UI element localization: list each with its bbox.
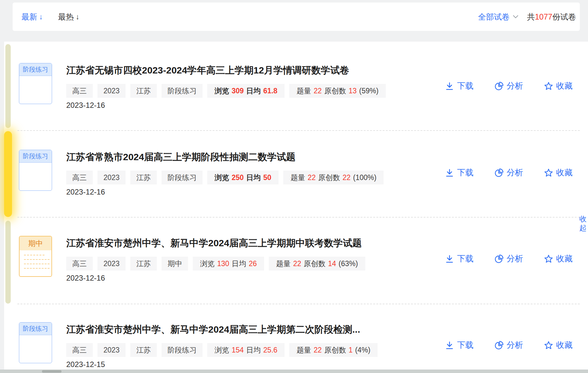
star-icon: [544, 341, 553, 350]
views-stat: 浏览154日均25.6: [207, 343, 285, 357]
paper-thumbnail-card[interactable]: 阶段练习: [19, 63, 52, 104]
filter-and-count: 全部试卷 共1077份试卷: [478, 3, 576, 31]
exam-list-page: 最新 ↓ 最热 ↓ 全部试卷 共1077份试卷 阶段练习 江苏省无: [0, 0, 588, 373]
download-icon: [445, 168, 454, 178]
tag-row: 高三 2023 江苏 阶段练习 浏览250日均50 题量22原创数22(100%…: [66, 171, 384, 184]
tag-year: 2023: [97, 84, 126, 98]
favorite-button[interactable]: 收藏: [544, 340, 573, 351]
horizontal-scrollbar-thumb[interactable]: [42, 370, 62, 373]
upload-date: 2023-12-16: [66, 188, 105, 196]
tag-type: 期中: [162, 257, 188, 271]
collapse-char-1: 收: [579, 214, 587, 224]
paper-thumbnail-card[interactable]: 期中: [19, 236, 52, 277]
tag-year: 2023: [97, 257, 126, 271]
tag-grade: 高三: [66, 84, 93, 98]
tag-row: 高三 2023 江苏 阶段练习 浏览309日均61.8 题量22原创数13(59…: [66, 84, 386, 98]
sort-down-arrow-icon: ↓: [76, 12, 79, 21]
paper-row: 期中 江苏省淮安市楚州中学、新马中学2024届高三上学期期中联考数学试题 高三 …: [0, 236, 588, 322]
row-action-buttons: 下载 分析 收藏: [445, 167, 573, 178]
tag-type: 阶段练习: [162, 171, 203, 184]
paper-row: 阶段练习 江苏省淮安市楚州中学、新马中学2024届高三上学期第二次阶段检测...…: [0, 322, 588, 373]
pie-chart-icon: [494, 168, 504, 178]
download-icon: [445, 254, 454, 264]
row-action-buttons: 下载 分析 收藏: [445, 253, 573, 264]
pie-chart-icon: [494, 254, 504, 264]
upload-date: 2023-12-16: [66, 274, 105, 283]
tag-grade: 高三: [66, 343, 93, 357]
download-button[interactable]: 下载: [445, 167, 473, 178]
paper-row: 阶段练习 江苏省无锡市四校2023-2024学年高三上学期12月学情调研数学试卷…: [0, 63, 588, 149]
download-button[interactable]: 下载: [445, 80, 473, 91]
tag-grade: 高三: [66, 171, 93, 184]
tag-row: 高三 2023 江苏 期中 浏览130日均26 题量22原创数14(63%): [66, 257, 365, 271]
views-stat: 浏览309日均61.8: [207, 84, 285, 98]
paper-row: 阶段练习 江苏省常熟市2024届高三上学期阶段性抽测二数学试题 高三 2023 …: [0, 150, 588, 236]
pie-chart-icon: [494, 81, 504, 91]
paper-type-badge: 期中: [20, 236, 51, 250]
tag-province: 江苏: [130, 171, 157, 184]
chevron-down-icon: [513, 15, 519, 19]
paper-type-badge: 阶段练习: [19, 150, 52, 163]
paper-title-link[interactable]: 江苏省淮安市楚州中学、新马中学2024届高三上学期第二次阶段检测...: [66, 323, 429, 336]
views-stat: 浏览250日均50: [207, 171, 279, 184]
favorite-button[interactable]: 收藏: [544, 80, 573, 91]
views-stat: 浏览130日均26: [193, 257, 264, 271]
analyze-button[interactable]: 分析: [494, 340, 523, 351]
question-count-stat: 题量22原创数1(4%): [289, 343, 378, 357]
paper-title-link[interactable]: 江苏省淮安市楚州中学、新马中学2024届高三上学期期中联考数学试题: [66, 237, 429, 249]
star-icon: [544, 254, 553, 264]
paper-thumbnail-body: [20, 255, 51, 269]
tag-grade: 高三: [66, 257, 93, 271]
sort-newest-label: 最新: [21, 12, 37, 22]
analyze-button[interactable]: 分析: [494, 167, 523, 178]
paper-thumbnail-card[interactable]: 阶段练习: [19, 150, 52, 191]
paper-title-link[interactable]: 江苏省无锡市四校2023-2024学年高三上学期12月学情调研数学试卷: [66, 64, 429, 77]
sort-hottest-button[interactable]: 最热 ↓: [58, 12, 79, 22]
star-icon: [544, 168, 553, 178]
analyze-button[interactable]: 分析: [494, 253, 523, 264]
sort-options: 最新 ↓ 最热 ↓: [21, 3, 79, 31]
question-count-stat: 题量22原创数14(63%): [269, 257, 365, 271]
sort-filter-bar: 最新 ↓ 最热 ↓ 全部试卷 共1077份试卷: [13, 3, 580, 31]
sort-hottest-label: 最热: [58, 12, 74, 22]
paper-type-badge: 阶段练习: [19, 323, 52, 335]
paper-thumbnail-card[interactable]: 阶段练习: [19, 322, 52, 363]
filter-label: 全部试卷: [478, 12, 509, 22]
upload-date: 2023-12-15: [66, 360, 105, 369]
pie-chart-icon: [494, 341, 504, 350]
sort-down-arrow-icon: ↓: [39, 12, 43, 21]
tag-type: 阶段练习: [162, 84, 203, 98]
collapse-tab-button[interactable]: 收 起: [579, 214, 587, 233]
sort-newest-button[interactable]: 最新 ↓: [21, 12, 43, 22]
row-action-buttons: 下载 分析 收藏: [445, 80, 573, 91]
tag-year: 2023: [97, 343, 126, 357]
download-icon: [445, 341, 454, 350]
row-action-buttons: 下载 分析 收藏: [445, 340, 573, 351]
tag-province: 江苏: [130, 84, 157, 98]
paper-title-link[interactable]: 江苏省常熟市2024届高三上学期阶段性抽测二数学试题: [66, 151, 429, 163]
upload-date: 2023-12-16: [66, 101, 105, 110]
question-count-stat: 题量22原创数22(100%): [283, 171, 384, 184]
analyze-button[interactable]: 分析: [494, 80, 523, 91]
paper-filter-dropdown[interactable]: 全部试卷: [478, 12, 519, 22]
download-button[interactable]: 下载: [445, 340, 473, 351]
tag-province: 江苏: [130, 257, 157, 271]
question-count-stat: 题量22原创数13(59%): [289, 84, 386, 98]
total-count-number: 1077: [535, 12, 552, 21]
star-icon: [544, 81, 553, 91]
tag-row: 高三 2023 江苏 阶段练习 浏览154日均25.6 题量22原创数1(4%): [66, 343, 378, 357]
tag-type: 阶段练习: [162, 343, 203, 357]
paper-type-badge: 阶段练习: [19, 63, 52, 76]
download-icon: [445, 81, 454, 91]
favorite-button[interactable]: 收藏: [544, 253, 573, 264]
favorite-button[interactable]: 收藏: [544, 167, 573, 178]
total-paper-count: 共1077份试卷: [527, 12, 576, 22]
download-button[interactable]: 下载: [445, 253, 473, 264]
tag-province: 江苏: [130, 343, 157, 357]
collapse-char-2: 起: [579, 224, 587, 233]
horizontal-scrollbar-track: [0, 370, 588, 373]
tag-year: 2023: [97, 171, 126, 184]
